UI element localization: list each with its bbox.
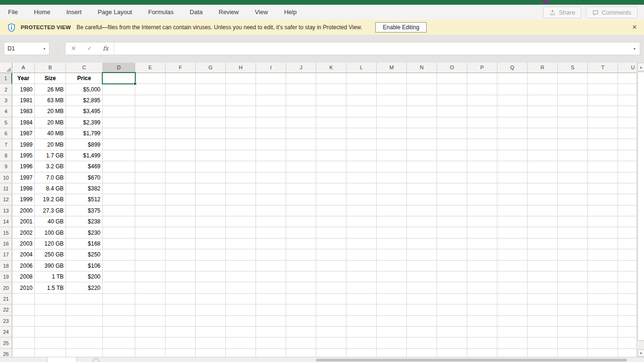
cell-O12[interactable] — [437, 194, 467, 205]
cell-J25[interactable] — [286, 337, 316, 348]
cell-E8[interactable] — [135, 150, 165, 161]
cell-S14[interactable] — [558, 216, 588, 227]
cell-U12[interactable] — [618, 194, 636, 205]
cell-U5[interactable] — [618, 117, 636, 128]
cell-H11[interactable] — [226, 183, 256, 194]
cell-N12[interactable] — [407, 194, 437, 205]
cell-T24[interactable] — [588, 327, 618, 337]
cell-B22[interactable] — [35, 304, 66, 315]
cell-M9[interactable] — [377, 161, 407, 172]
column-header-R[interactable]: R — [528, 63, 558, 73]
cell-G18[interactable] — [196, 261, 226, 272]
cell-H9[interactable] — [226, 161, 256, 172]
cell-L21[interactable] — [347, 294, 377, 304]
cell-U4[interactable] — [618, 106, 636, 117]
cell-P17[interactable] — [467, 249, 497, 260]
column-header-J[interactable]: J — [286, 63, 316, 73]
column-header-O[interactable]: O — [437, 63, 467, 73]
cell-K15[interactable] — [316, 227, 347, 238]
cell-C5[interactable]: $2,399 — [66, 117, 103, 128]
cell-Q17[interactable] — [497, 249, 528, 260]
cell-H20[interactable] — [226, 282, 256, 293]
cell-O4[interactable] — [437, 106, 467, 117]
cell-M18[interactable] — [377, 261, 407, 272]
cell-A9[interactable]: 1996 — [12, 161, 35, 172]
row-header-9[interactable]: 9 — [0, 161, 12, 172]
cell-O2[interactable] — [437, 84, 467, 95]
cell-Q3[interactable] — [497, 95, 528, 106]
column-header-K[interactable]: K — [316, 63, 347, 73]
cell-J15[interactable] — [286, 227, 316, 238]
cell-U1[interactable] — [618, 73, 636, 84]
cell-I13[interactable] — [256, 206, 286, 216]
cell-D4[interactable] — [103, 106, 135, 117]
enable-editing-button[interactable]: Enable Editing — [375, 22, 427, 33]
cell-A18[interactable]: 2006 — [12, 261, 35, 272]
cell-C20[interactable]: $220 — [66, 282, 103, 293]
cell-A15[interactable]: 2002 — [12, 227, 35, 238]
cell-K5[interactable] — [316, 117, 347, 128]
row-header-11[interactable]: 11 — [0, 183, 12, 194]
cell-U11[interactable] — [618, 183, 636, 194]
cell-F21[interactable] — [165, 294, 196, 304]
cell-G23[interactable] — [196, 316, 226, 327]
cell-C8[interactable]: $1,499 — [66, 150, 103, 161]
row-header-8[interactable]: 8 — [0, 150, 12, 161]
cell-A7[interactable]: 1989 — [12, 139, 35, 150]
cell-F5[interactable] — [165, 117, 196, 128]
cell-C15[interactable]: $230 — [66, 227, 103, 238]
cell-T7[interactable] — [588, 139, 618, 150]
cell-S16[interactable] — [558, 239, 588, 249]
cell-O3[interactable] — [437, 95, 467, 106]
cell-A16[interactable]: 2003 — [12, 239, 35, 249]
cell-S15[interactable] — [558, 227, 588, 238]
cell-I2[interactable] — [256, 84, 286, 95]
cell-Q1[interactable] — [497, 73, 528, 84]
cell-Q7[interactable] — [497, 139, 528, 150]
cell-G17[interactable] — [196, 249, 226, 260]
row-header-7[interactable]: 7 — [0, 139, 12, 150]
cell-N1[interactable] — [407, 73, 437, 84]
cell-I5[interactable] — [256, 117, 286, 128]
cell-T12[interactable] — [588, 194, 618, 205]
cell-Q16[interactable] — [497, 239, 528, 249]
cell-J1[interactable] — [286, 73, 316, 84]
cell-G24[interactable] — [196, 327, 226, 337]
cell-C12[interactable]: $512 — [66, 194, 103, 205]
cell-S1[interactable] — [558, 73, 588, 84]
cell-D20[interactable] — [103, 282, 135, 293]
cell-T14[interactable] — [588, 216, 618, 227]
cell-E18[interactable] — [135, 261, 165, 272]
cell-N24[interactable] — [407, 327, 437, 337]
row-header-23[interactable]: 23 — [0, 316, 12, 327]
cell-A17[interactable]: 2004 — [12, 249, 35, 260]
cell-I3[interactable] — [256, 95, 286, 106]
cell-H19[interactable] — [226, 272, 256, 282]
cell-K2[interactable] — [316, 84, 347, 95]
cell-K18[interactable] — [316, 261, 347, 272]
cell-U23[interactable] — [618, 316, 636, 327]
column-header-P[interactable]: P — [467, 63, 497, 73]
cell-G4[interactable] — [196, 106, 226, 117]
cell-L18[interactable] — [347, 261, 377, 272]
cell-R23[interactable] — [528, 316, 558, 327]
cell-N11[interactable] — [407, 183, 437, 194]
cell-D23[interactable] — [103, 316, 135, 327]
cell-A1[interactable]: Year — [12, 73, 35, 84]
cell-M25[interactable] — [377, 337, 407, 348]
cell-K6[interactable] — [316, 128, 347, 139]
cell-A5[interactable]: 1984 — [12, 117, 35, 128]
cell-G7[interactable] — [196, 139, 226, 150]
cell-N9[interactable] — [407, 161, 437, 172]
cell-S6[interactable] — [558, 128, 588, 139]
row-header-25[interactable]: 25 — [0, 337, 12, 348]
cell-D24[interactable] — [103, 327, 135, 337]
cell-I14[interactable] — [256, 216, 286, 227]
row-header-20[interactable]: 20 — [0, 282, 12, 293]
row-header-15[interactable]: 15 — [0, 227, 12, 238]
menu-item-view[interactable]: View — [247, 5, 276, 20]
cell-K1[interactable] — [316, 73, 347, 84]
cell-D16[interactable] — [103, 239, 135, 249]
cell-H8[interactable] — [226, 150, 256, 161]
cell-N16[interactable] — [407, 239, 437, 249]
